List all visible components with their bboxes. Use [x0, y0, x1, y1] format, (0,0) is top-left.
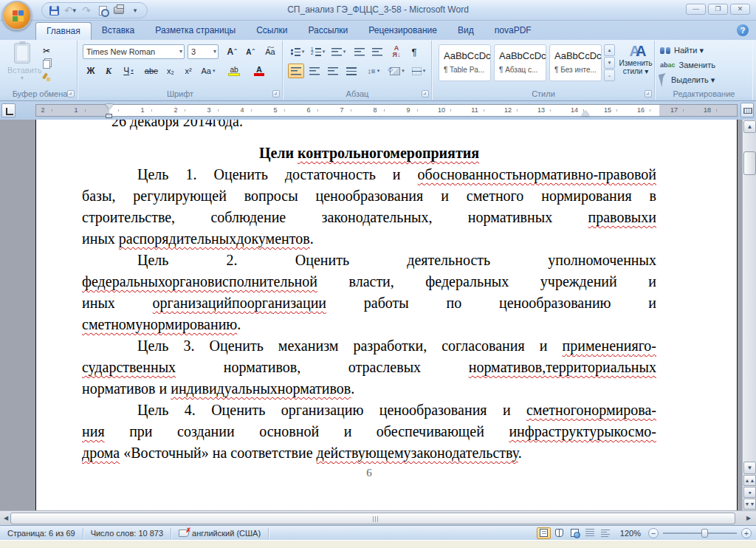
- restore-button[interactable]: ❐: [708, 4, 728, 15]
- paste-button[interactable]: Вставить ▾: [7, 43, 37, 87]
- select-button[interactable]: Выделить ▾: [660, 73, 715, 86]
- numbering-button[interactable]: ▾: [309, 44, 327, 59]
- horizontal-ruler[interactable]: 12123456789101112131415161718: [35, 104, 738, 117]
- zoom-slider-handle[interactable]: [701, 529, 708, 538]
- scroll-down-arrow[interactable]: ▼: [743, 462, 756, 474]
- group-styles: AaBbCcDc¶ Table Pa...AaBbCcDc¶ Абзац с..…: [433, 41, 655, 100]
- tab-разметка-страницы[interactable]: Разметка страницы: [145, 22, 246, 40]
- increase-indent-button[interactable]: [369, 44, 385, 59]
- decrease-indent-button[interactable]: [351, 44, 368, 59]
- italic-button[interactable]: К: [100, 64, 117, 78]
- change-case-button[interactable]: Aa▾: [198, 64, 219, 78]
- tab-рецензирование[interactable]: Рецензирование: [358, 22, 447, 40]
- horizontal-scroll-thumb[interactable]: [10, 513, 735, 524]
- subscript-button[interactable]: x₂: [162, 64, 179, 78]
- style-card[interactable]: AaBbCcDc¶ Без инте...: [549, 44, 602, 81]
- browse-next-button[interactable]: ▼▼: [743, 499, 756, 510]
- close-button[interactable]: ✕: [730, 4, 750, 15]
- tab-вид[interactable]: Вид: [447, 22, 484, 40]
- shrink-font-button[interactable]: A: [242, 44, 258, 59]
- window-controls: — ❐ ✕: [686, 4, 750, 15]
- underline-button[interactable]: Ч▾: [118, 64, 139, 78]
- align-right-button[interactable]: [325, 64, 341, 78]
- font-name-combo[interactable]: Times New Roman: [83, 44, 185, 59]
- font-color-bar: [254, 73, 264, 76]
- align-center-button[interactable]: [306, 64, 323, 78]
- tab-ссылки[interactable]: Ссылки: [246, 22, 298, 40]
- ruler-toggle-button[interactable]: [740, 103, 754, 117]
- horizontal-scrollbar[interactable]: ◀ ▶: [0, 510, 756, 525]
- ruler-number: 2: [41, 106, 44, 114]
- replace-button[interactable]: abac Заменить: [660, 58, 715, 72]
- misspelled-word: федеральныхоргановисполнительной: [82, 273, 317, 290]
- help-icon[interactable]: ?: [737, 24, 749, 36]
- copy-button[interactable]: [43, 58, 72, 70]
- tab-novapdf[interactable]: novaPDF: [484, 22, 542, 40]
- view-draft-button[interactable]: [599, 527, 613, 539]
- document-area: 26 декабря 2014года. Цели контрольногоме…: [0, 120, 741, 510]
- highlight-button[interactable]: ab: [223, 64, 245, 78]
- status-word-count[interactable]: Число слов: 10 873: [83, 526, 171, 540]
- vertical-scroll-thumb[interactable]: [743, 151, 756, 175]
- find-button[interactable]: Найти ▾: [660, 44, 704, 57]
- font-dialog-launcher[interactable]: [272, 90, 280, 97]
- left-indent-marker[interactable]: [106, 114, 112, 118]
- style-card[interactable]: AaBbCcDc¶ Table Pa...: [439, 44, 491, 81]
- superscript-button[interactable]: x²: [180, 64, 196, 78]
- zoom-out-button[interactable]: −: [648, 528, 659, 538]
- scroll-up-arrow[interactable]: ▲: [743, 120, 756, 133]
- tab-главная[interactable]: Главная: [35, 22, 92, 40]
- document-page[interactable]: 26 декабря 2014года. Цели контрольногоме…: [35, 120, 738, 510]
- change-styles-button[interactable]: AA Изменить стили ▾: [619, 43, 653, 89]
- paragraph-dialog-launcher[interactable]: [422, 90, 429, 97]
- view-print-layout-button[interactable]: [537, 527, 551, 539]
- style-name: ¶ Без инте...: [554, 66, 598, 74]
- bullets-button[interactable]: ▾: [288, 44, 306, 59]
- status-language[interactable]: английский (США): [171, 526, 268, 540]
- vertical-scrollbar[interactable]: ▲ ▼ ▲▲ ● ▼▼: [742, 120, 756, 510]
- zoom-level[interactable]: 120%: [614, 529, 647, 538]
- view-outline-button[interactable]: [583, 527, 597, 539]
- font-color-button[interactable]: А: [248, 64, 270, 78]
- proofing-icon: [179, 530, 189, 537]
- font-size-combo[interactable]: 3: [188, 44, 219, 59]
- tab-рассылки[interactable]: Рассылки: [298, 22, 358, 40]
- browse-previous-button[interactable]: ▲▲: [743, 475, 756, 486]
- sort-button[interactable]: АЯ: [388, 44, 405, 59]
- line-spacing-button[interactable]: ↕≡▾: [363, 64, 384, 78]
- view-web-layout-button[interactable]: [568, 527, 582, 539]
- strikethrough-button[interactable]: abe: [142, 64, 161, 78]
- status-page[interactable]: Страница: 6 из 69: [0, 526, 83, 540]
- bold-button[interactable]: Ж: [83, 64, 99, 78]
- multilevel-list-button[interactable]: ▾: [329, 44, 348, 59]
- first-line-indent-marker[interactable]: [106, 104, 113, 109]
- view-fullscreen-reading-button[interactable]: [552, 527, 566, 539]
- show-marks-button[interactable]: ¶: [406, 44, 422, 59]
- ruler-number: 8: [373, 106, 377, 114]
- zoom-in-button[interactable]: +: [741, 528, 752, 538]
- scroll-right-arrow[interactable]: ▶: [743, 513, 755, 524]
- align-left-button[interactable]: [288, 64, 304, 78]
- shading-button[interactable]: ▾: [387, 64, 408, 78]
- zoom-slider[interactable]: [663, 532, 737, 534]
- style-gallery-more[interactable]: ⌄: [604, 69, 615, 81]
- grow-font-button[interactable]: A: [223, 44, 241, 59]
- tab-вставка[interactable]: Вставка: [92, 22, 145, 40]
- style-scroll-down[interactable]: ▼: [604, 57, 615, 69]
- format-painter-button[interactable]: [43, 71, 72, 83]
- styles-dialog-launcher[interactable]: [645, 90, 652, 97]
- misspelled-word: обоснованностьнормативно-правовой: [418, 166, 656, 182]
- minimize-button[interactable]: —: [686, 4, 706, 15]
- justify-button[interactable]: [343, 64, 360, 78]
- clear-formatting-button[interactable]: A͠a: [261, 44, 279, 59]
- borders-button[interactable]: ▾: [409, 64, 428, 78]
- clipboard-dialog-launcher[interactable]: [67, 90, 75, 97]
- style-scroll-up[interactable]: ▲: [604, 44, 615, 56]
- right-indent-marker[interactable]: [582, 111, 589, 116]
- tab-stop-selector[interactable]: [1, 103, 16, 117]
- style-card[interactable]: AaBbCcDc¶ Абзац с...: [494, 44, 546, 81]
- style-preview: AaBbCcDc: [554, 50, 598, 61]
- browse-object-button[interactable]: ●: [743, 487, 756, 498]
- office-button[interactable]: [2, 1, 32, 30]
- cut-button[interactable]: ✂: [43, 44, 72, 57]
